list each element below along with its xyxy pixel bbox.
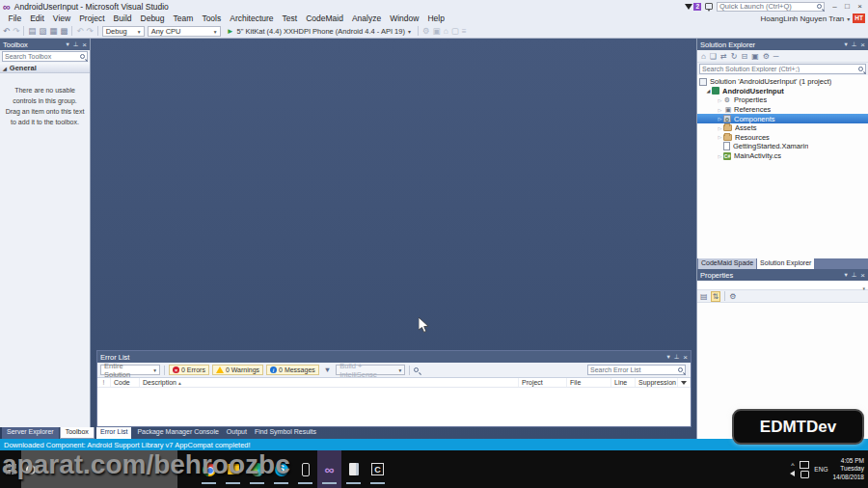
collapsed-arrow-icon[interactable] xyxy=(717,134,723,140)
collapsed-arrow-icon[interactable] xyxy=(717,153,723,159)
column-filter-icon[interactable] xyxy=(678,378,691,387)
toolbar-icon[interactable]: ⚙ xyxy=(422,25,430,37)
tree-item-solution[interactable]: Solution 'AndroidUserInput' (1 project) xyxy=(697,77,868,87)
tab-output[interactable]: Output xyxy=(225,427,249,439)
menu-window[interactable]: Window xyxy=(386,14,423,23)
menu-project[interactable]: Project xyxy=(75,14,109,23)
tree-item-gettingstarted[interactable]: GettingStarted.Xamarin xyxy=(697,142,868,151)
collapsed-arrow-icon[interactable] xyxy=(717,107,723,113)
window-position-icon[interactable] xyxy=(666,353,669,361)
tab-find-symbol-results[interactable]: Find Symbol Results xyxy=(253,427,318,439)
notifications-button[interactable]: 2 xyxy=(685,3,701,11)
menu-edit[interactable]: Edit xyxy=(26,14,49,23)
tree-item-references[interactable]: References xyxy=(697,105,868,115)
pin-icon[interactable] xyxy=(852,271,857,279)
preview-selected-icon[interactable]: ─ xyxy=(773,51,779,62)
error-list-search-input[interactable] xyxy=(590,366,676,373)
display-icon[interactable] xyxy=(800,461,809,469)
close-icon[interactable] xyxy=(683,353,688,362)
save-all-icon[interactable]: ▩ xyxy=(60,25,68,37)
categorized-icon[interactable]: ▤ xyxy=(700,292,708,301)
file-column-header[interactable]: File xyxy=(567,378,611,387)
visual-studio-taskbar-icon[interactable] xyxy=(317,450,341,488)
window-position-icon[interactable] xyxy=(844,271,847,279)
menu-view[interactable]: View xyxy=(48,14,74,23)
collapsed-arrow-icon[interactable] xyxy=(717,97,723,103)
toolbox-general-section[interactable]: General xyxy=(0,63,90,73)
warnings-filter-button[interactable]: 0 Warnings xyxy=(212,365,263,375)
navigate-back-icon[interactable]: ↶ xyxy=(3,25,10,37)
media-app-icon[interactable] xyxy=(245,450,269,488)
tab-error-list[interactable]: Error List xyxy=(96,427,131,439)
properties-wrench-icon[interactable]: ⚙ xyxy=(763,51,770,62)
line-column-header[interactable]: Line xyxy=(611,378,636,387)
severity-column-header[interactable]: ! xyxy=(97,378,111,387)
pin-icon[interactable] xyxy=(674,353,680,361)
tab-solution-explorer[interactable]: Solution Explorer xyxy=(757,258,814,269)
toolbox-search-input[interactable] xyxy=(5,53,78,60)
tree-item-properties[interactable]: Properties xyxy=(697,95,868,105)
collapsed-arrow-icon[interactable] xyxy=(717,116,723,122)
scope-icon[interactable]: ❏ xyxy=(710,51,717,62)
start-debug-button[interactable]: 5" KitKat (4.4) XXHDPI Phone (Android 4.… xyxy=(224,25,414,37)
close-button[interactable] xyxy=(854,1,866,12)
tab-package-manager-console[interactable]: Package Manager Console xyxy=(135,427,220,439)
tree-item-assets[interactable]: Assets xyxy=(697,123,868,133)
toolbar-icon[interactable]: ⌂ xyxy=(444,25,448,37)
close-icon[interactable] xyxy=(82,41,87,49)
suppression-column-header[interactable]: Suppression St... xyxy=(636,378,678,387)
restore-button[interactable] xyxy=(841,1,854,12)
navigate-forward-icon[interactable]: ↷ xyxy=(13,25,19,37)
alphabetical-icon[interactable]: ⇅ xyxy=(711,291,721,302)
menu-help[interactable]: Help xyxy=(423,14,448,23)
expanded-arrow-icon[interactable] xyxy=(705,88,712,94)
build-intellisense-dropdown[interactable]: Build + IntelliSense xyxy=(336,365,405,375)
close-icon[interactable] xyxy=(860,41,865,49)
tree-item-resources[interactable]: Resources xyxy=(697,133,868,143)
feedback-icon[interactable] xyxy=(705,3,713,10)
menu-analyze[interactable]: Analyze xyxy=(347,14,385,23)
folder-app-icon[interactable] xyxy=(221,450,245,488)
document-app-icon[interactable] xyxy=(341,450,366,488)
save-icon[interactable]: ▦ xyxy=(49,25,57,37)
toolbar-icon[interactable]: ▣ xyxy=(433,25,441,37)
tray-expand-icon[interactable] xyxy=(791,463,794,469)
menu-codemaid[interactable]: CodeMaid xyxy=(302,14,348,23)
menu-test[interactable]: Test xyxy=(278,14,302,23)
tree-item-mainactivity[interactable]: MainActivity.cs xyxy=(697,151,868,161)
speaker-icon[interactable] xyxy=(790,471,795,476)
notifications-tray-icon[interactable] xyxy=(800,471,809,478)
window-position-icon[interactable] xyxy=(844,41,847,48)
toolbar-icon[interactable]: ▢ xyxy=(451,25,459,37)
solution-explorer-search-input[interactable] xyxy=(702,66,856,72)
pin-icon[interactable] xyxy=(852,41,857,48)
properties-object-dropdown[interactable] xyxy=(697,281,868,290)
tab-toolbox[interactable]: Toolbox xyxy=(60,427,95,439)
solution-configurations-dropdown[interactable]: Debug xyxy=(102,26,145,37)
menu-build[interactable]: Build xyxy=(109,14,136,23)
taskbar-search-box[interactable] xyxy=(21,450,177,488)
refresh-icon[interactable]: ↻ xyxy=(731,51,738,62)
skype-icon[interactable] xyxy=(269,450,293,488)
menu-tools[interactable]: Tools xyxy=(198,14,226,23)
errors-filter-button[interactable]: 0 Errors xyxy=(169,365,209,375)
filter-icon[interactable] xyxy=(322,366,333,374)
code-column-header[interactable]: Code xyxy=(111,378,140,387)
quick-launch-input[interactable] xyxy=(719,2,815,11)
collapsed-arrow-icon[interactable] xyxy=(717,125,723,131)
new-project-icon[interactable]: ▤ xyxy=(28,25,36,37)
toolbar-icon[interactable]: ≡ xyxy=(462,25,467,37)
messages-filter-button[interactable]: 0 Messages xyxy=(266,365,319,375)
language-indicator[interactable]: ENG xyxy=(814,466,827,473)
sync-icon[interactable]: ⇄ xyxy=(720,51,727,62)
undo-icon[interactable]: ↶ xyxy=(76,25,83,37)
minimize-button[interactable] xyxy=(828,1,841,12)
c-app-icon[interactable] xyxy=(366,450,390,488)
phone-app-icon[interactable] xyxy=(293,450,317,488)
window-position-icon[interactable] xyxy=(66,41,68,48)
menu-architecture[interactable]: Architecture xyxy=(226,14,278,23)
redo-icon[interactable]: ↷ xyxy=(87,25,94,37)
account-menu[interactable]: HoangLinh Nguyen Tran HT xyxy=(761,14,868,23)
project-column-header[interactable]: Project xyxy=(519,378,567,387)
chrome-icon[interactable] xyxy=(197,450,221,488)
